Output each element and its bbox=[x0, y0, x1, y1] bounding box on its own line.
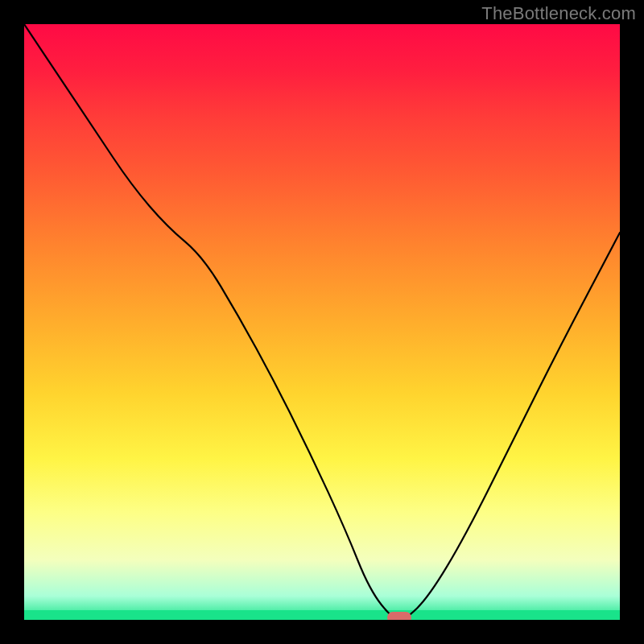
bottleneck-curve bbox=[24, 24, 620, 620]
optimum-marker bbox=[387, 612, 411, 620]
curve-path bbox=[24, 24, 620, 620]
plot-area bbox=[24, 24, 620, 620]
chart-frame: TheBottleneck.com bbox=[0, 0, 644, 644]
watermark-text: TheBottleneck.com bbox=[481, 3, 636, 24]
